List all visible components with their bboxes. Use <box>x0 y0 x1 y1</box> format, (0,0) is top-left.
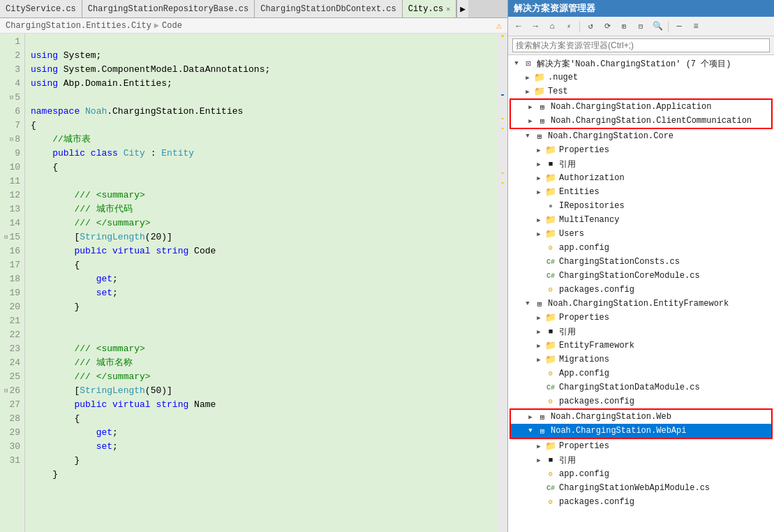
tree-item-clientcomm[interactable]: ▶ ⊞ Noah.ChargingStation.ClientCommunica… <box>511 114 771 128</box>
highlight-group-bottom: ▶ ⊞ Noah.ChargingStation.Web ▼ ⊞ Noah.Ch… <box>509 408 773 439</box>
tree-item-core-ref[interactable]: ▶ ■ 引用 <box>508 157 774 171</box>
solution-search-input[interactable] <box>512 38 770 52</box>
tab-label: City.cs <box>408 4 443 14</box>
tree-label: 解决方案'Noah.ChargingStation' (7 个项目) <box>537 58 731 70</box>
tree-item-webapi-pkgs[interactable]: ⚙ packages.config <box>508 495 774 509</box>
project-icon: ⊞ <box>536 115 549 126</box>
tree-item-ef-props[interactable]: ▶ 📁 Properties <box>508 311 774 325</box>
toolbar-search[interactable]: 🔍 <box>650 19 665 34</box>
tree-item-core-module[interactable]: C# ChargingStationCoreModule.cs <box>508 269 774 283</box>
tree-item-core-consts[interactable]: C# ChargingStationConsts.cs <box>508 255 774 269</box>
config-icon: ⚙ <box>544 496 557 508</box>
tree-item-core-irepos[interactable]: ● IRepositories <box>508 199 774 213</box>
chevron-right-icon: ▶ <box>522 88 533 96</box>
chevron-right-icon: ▶ <box>533 328 544 336</box>
solution-tree[interactable]: ▼ ⊡ 解决方案'Noah.ChargingStation' (7 个项目) ▶… <box>508 55 774 532</box>
indicator-marker <box>501 118 504 119</box>
config-icon: ⚙ <box>544 468 557 480</box>
tree-item-ef-ef[interactable]: ▶ 📁 EntityFramework <box>508 339 774 353</box>
solution-panel: 解决方案资源管理器 ← → ⌂ ⚡ ↺ ⟳ ⊞ ⊟ 🔍 — ≡ ▼ ⊡ 解决方案… <box>508 0 774 532</box>
code-area[interactable]: 1 2 3 4 ⊟5 6 7 ⊟8 9 10 11 12 13 14 ⊟15 1… <box>0 34 507 532</box>
solution-title: 解决方案资源管理器 <box>508 0 774 17</box>
toolbar-sync[interactable]: ⟳ <box>600 19 615 34</box>
tree-label: Noah.ChargingStation.Application <box>551 102 711 112</box>
indicator-marker4 <box>501 182 504 184</box>
toolbar-filter[interactable]: ⚡ <box>561 19 576 34</box>
chevron-right-icon: ▶ <box>533 314 544 322</box>
tree-label: App.config <box>559 369 609 378</box>
tree-item-core-pkgs[interactable]: ⚙ packages.config <box>508 283 774 297</box>
folder-icon: 📁 <box>544 354 557 365</box>
tree-item-core-appconfig[interactable]: ⚙ app.config <box>508 241 774 255</box>
tree-item-root[interactable]: ▼ ⊡ 解决方案'Noah.ChargingStation' (7 个项目) <box>508 57 774 71</box>
tree-item-webapi-appconfig[interactable]: ⚙ app.config <box>508 467 774 481</box>
tab-bar: CityService.cs ChargingStationRepository… <box>0 0 507 18</box>
toolbar-expand[interactable]: ⊞ <box>616 19 632 34</box>
close-icon[interactable]: ✕ <box>446 5 450 13</box>
tree-item-core[interactable]: ▼ ⊞ Noah.ChargingStation.Core <box>508 129 774 143</box>
tree-item-webapi-ref[interactable]: ▶ ■ 引用 <box>508 453 774 467</box>
toolbar-menu[interactable]: — <box>671 19 687 34</box>
cs-icon: C# <box>544 482 557 494</box>
tree-item-core-users[interactable]: ▶ 📁 Users <box>508 227 774 241</box>
config-icon: ⚙ <box>544 396 557 407</box>
indicator-marker3 <box>501 172 504 174</box>
tree-item-webapi[interactable]: ▼ ⊞ Noah.ChargingStation.WebApi <box>511 424 771 438</box>
tree-item-nuget[interactable]: ▶ 📁 .nuget <box>508 71 774 84</box>
tree-label: Users <box>559 229 584 239</box>
toolbar-refresh[interactable]: ↺ <box>583 19 598 34</box>
folder-icon: 📁 <box>544 172 557 184</box>
tree-item-application[interactable]: ▶ ⊞ Noah.ChargingStation.Application <box>511 100 771 114</box>
project-icon: ⊞ <box>533 298 546 309</box>
chevron-right-icon: ▶ <box>533 147 544 154</box>
chevron-right-icon: ▶ <box>533 161 544 168</box>
editor-panel: CityService.cs ChargingStationRepository… <box>0 0 508 532</box>
chevron-right-icon: ▶ <box>533 457 544 464</box>
tree-item-core-entities[interactable]: ▶ 📁 Entities <box>508 185 774 199</box>
chevron-right-icon: ▶ <box>533 175 544 182</box>
folder-icon: 📁 <box>544 312 557 323</box>
toolbar-props[interactable]: ≡ <box>688 19 704 34</box>
breadcrumb: ChargingStation.Entities.City ▶ Code ⚠ <box>0 18 507 34</box>
toolbar-collapse[interactable]: ⊟ <box>633 19 648 34</box>
tree-label: Properties <box>559 145 609 155</box>
chevron-right-icon: ▶ <box>533 443 544 450</box>
tree-label: Migrations <box>559 355 609 364</box>
tree-label: Properties <box>559 313 609 323</box>
tab-scroll-arrow[interactable]: ▶ <box>456 0 468 17</box>
tree-label: Noah.ChargingStation.Web <box>551 412 671 422</box>
breadcrumb-namespace[interactable]: ChargingStation.Entities.City <box>6 21 151 31</box>
tab-dbcontext[interactable]: ChargingStationDbContext.cs <box>255 0 402 17</box>
tab-repositorybase[interactable]: ChargingStationRepositoryBase.cs <box>82 0 255 17</box>
tree-item-webapi-module[interactable]: C# ChargingStationWebApiModule.cs <box>508 481 774 495</box>
tree-item-core-multi[interactable]: ▶ 📁 MultiTenancy <box>508 213 774 227</box>
toolbar-forward[interactable]: → <box>528 19 543 34</box>
tree-label: Noah.ChargingStation.ClientCommunication <box>551 116 752 126</box>
chevron-right-icon: ▶ <box>525 117 536 125</box>
chevron-right-icon: ▶ <box>525 103 536 111</box>
toolbar-home[interactable]: ⌂ <box>544 19 560 34</box>
tree-item-core-props[interactable]: ▶ 📁 Properties <box>508 143 774 157</box>
tab-city[interactable]: City.cs ✕ <box>403 0 456 17</box>
chevron-right-icon: ▶ <box>533 342 544 350</box>
tree-item-webapi-props[interactable]: ▶ 📁 Properties <box>508 439 774 453</box>
tree-item-ef[interactable]: ▼ ⊞ Noah.ChargingStation.EntityFramework <box>508 297 774 311</box>
indicator-marker2 <box>501 128 504 129</box>
toolbar-back[interactable]: ← <box>511 19 526 34</box>
tree-item-ef-ref[interactable]: ▶ ■ 引用 <box>508 325 774 339</box>
chevron-right-icon: ▶ <box>522 74 533 82</box>
tree-item-test[interactable]: ▶ 📁 Test <box>508 84 774 98</box>
tree-item-core-auth[interactable]: ▶ 📁 Authorization <box>508 171 774 185</box>
chevron-down-icon: ▼ <box>522 133 533 140</box>
tree-label: ChargingStationWebApiModule.cs <box>559 483 710 493</box>
code-content[interactable]: using System; using System.ComponentMode… <box>25 34 498 532</box>
tree-item-ef-appconfig[interactable]: ⚙ App.config <box>508 367 774 380</box>
tree-item-ef-datamod[interactable]: C# ChargingStationDataModule.cs <box>508 380 774 394</box>
tree-item-web[interactable]: ▶ ⊞ Noah.ChargingStation.Web <box>511 410 771 424</box>
scrollbar[interactable] <box>498 34 507 532</box>
config-icon: ⚙ <box>544 368 557 379</box>
tab-cityservice[interactable]: CityService.cs <box>0 0 82 17</box>
tree-label: app.config <box>559 243 609 253</box>
tree-item-ef-migrations[interactable]: ▶ 📁 Migrations <box>508 353 774 367</box>
tree-item-ef-pkgs[interactable]: ⚙ packages.config <box>508 394 774 408</box>
